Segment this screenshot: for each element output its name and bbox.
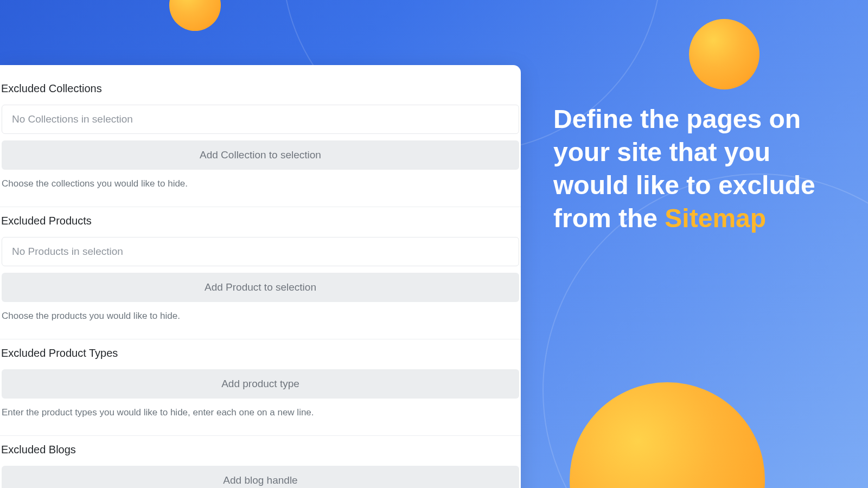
add-blog-handle-button[interactable]: Add blog handle xyxy=(2,466,519,488)
section-title-blogs: Excluded Blogs xyxy=(0,436,521,466)
products-help-text: Choose the products you would like to hi… xyxy=(0,310,521,331)
decorative-orange-circle xyxy=(169,0,221,31)
hero-text-highlight: Sitemap xyxy=(665,204,766,233)
collections-selection-display[interactable]: No Collections in selection xyxy=(2,105,519,134)
collections-help-text: Choose the collections you would like to… xyxy=(0,177,521,199)
excluded-product-types-section: Excluded Product Types Add product type … xyxy=(0,339,521,436)
excluded-blogs-section: Excluded Blogs Add blog handle Enter the… xyxy=(0,436,521,488)
section-title-product-types: Excluded Product Types xyxy=(0,339,521,369)
product-types-help-text: Enter the product types you would like t… xyxy=(0,406,521,428)
settings-panel: Excluded Collections No Collections in s… xyxy=(0,65,521,488)
decorative-orange-circle xyxy=(689,19,760,89)
section-title-products: Excluded Products xyxy=(0,207,521,237)
hero-headline: Define the pages on your site that you w… xyxy=(553,103,835,235)
products-selection-display[interactable]: No Products in selection xyxy=(2,237,519,266)
add-product-type-button[interactable]: Add product type xyxy=(2,369,519,399)
excluded-collections-section: Excluded Collections No Collections in s… xyxy=(0,75,521,207)
excluded-products-section: Excluded Products No Products in selecti… xyxy=(0,207,521,339)
add-product-button[interactable]: Add Product to selection xyxy=(2,273,519,302)
add-collection-button[interactable]: Add Collection to selection xyxy=(2,140,519,170)
section-title-collections: Excluded Collections xyxy=(0,75,521,105)
